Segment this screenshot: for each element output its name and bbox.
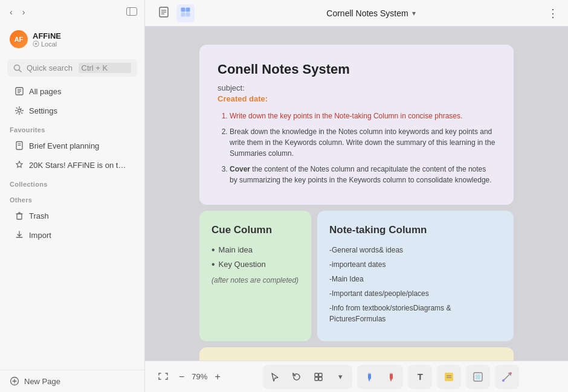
import-icon [15,230,24,240]
tool-group-main: ▾ [263,365,352,389]
frame-icon [472,371,484,383]
sidebar-toggle-button[interactable] [126,7,137,18]
tool-group-note [437,365,461,389]
sidebar-item-import-label: Import [29,231,51,240]
doc-icon [15,141,24,150]
summary-card: Summary: -summary of your notes in your … [199,347,514,361]
svg-rect-30 [315,377,318,381]
sidebar-item-trash-label: Trash [29,211,49,220]
settings-icon [15,106,24,115]
pen-blue-icon [363,371,375,383]
sidebar-item-affine-stars[interactable]: 20K Stars! AFFiNE is on the way t... [5,156,140,174]
undo-button[interactable] [286,367,307,387]
zoom-in-button[interactable]: + [211,370,224,384]
canvas-area[interactable]: Conell Notes System subject: Created dat… [145,27,568,361]
sidebar-item-brief-event-label: Brief Event planning [29,141,99,150]
title-card: Conell Notes System subject: Created dat… [199,45,514,205]
sidebar-item-all-pages[interactable]: All pages [5,82,140,100]
note-item-2: -importeant dates [329,259,502,270]
note-icon [443,371,455,383]
sidebar-item-import[interactable]: Import [5,226,140,244]
svg-rect-37 [390,373,393,374]
svg-marker-33 [369,379,370,382]
fit-view-button[interactable] [155,370,172,384]
svg-line-5 [19,69,22,72]
pen-red-icon [385,371,397,383]
user-name: AFFiNE [33,31,61,40]
note-taking-column-title: Note-taking Column [329,224,502,236]
others-section-label: Others [0,190,144,206]
plus-icon [10,376,19,386]
cue-column-title: Cue Column [211,224,299,236]
pages-icon [15,86,24,96]
note-item-4: -Important dates/people/places [329,288,502,299]
pen-red-button[interactable] [381,367,401,387]
tool-group-text: T [408,365,432,389]
sidebar-item-trash[interactable]: Trash [5,207,140,225]
fit-icon [158,373,168,380]
header-doc-title: Cornell Notes System [326,8,408,18]
two-column-section: Cue Column • Main idea • Key Question (a… [199,211,514,341]
nav-back-button[interactable]: ‹ [7,5,15,19]
svg-rect-0 [127,7,137,15]
header-title-section: Cornell Notes System ▾ [201,8,541,18]
cue-item-key-question: • Key Question [211,259,299,270]
svg-rect-28 [315,373,318,377]
sidebar-item-brief-event[interactable]: Brief Event planning [5,137,140,155]
bottom-toolbar: − 79% + ▾ [145,361,568,392]
layout-icon [126,7,137,16]
svg-rect-24 [181,7,186,11]
present-mode-button[interactable] [176,4,195,22]
note-item-5: -Info from textbook/storiesDiagrams & Pi… [329,303,502,324]
nav-forward-button[interactable]: › [20,5,28,19]
sidebar-item-settings[interactable]: Settings [5,101,140,120]
connector-tool-button[interactable] [497,367,517,387]
cue-column-note: (after notes are completed) [211,276,299,284]
note-item-1: -General words& ideas [329,245,502,255]
star-icon [15,160,24,170]
frame-tool-button[interactable] [468,367,488,387]
svg-rect-31 [319,377,323,381]
svg-rect-26 [181,12,186,16]
sidebar-top-nav: ‹ › [0,0,144,24]
zoom-out-button[interactable]: − [175,370,188,384]
more-tools-button[interactable]: ▾ [330,367,350,387]
step-3-text: Cover the content of the Notes column an… [230,165,492,184]
step-2: Break down the knowledge in the Notes co… [230,126,495,159]
svg-rect-25 [186,7,190,11]
zoom-control: − 79% + [155,370,224,384]
svg-point-3 [35,43,37,45]
bullet-dot-2: • [211,260,215,269]
header: Cornell Notes System ▾ ⋮ [145,0,568,27]
zoom-level: 79% [192,372,207,381]
pen-blue-button[interactable] [359,367,379,387]
avatar: AF [10,30,28,48]
notes-container: Conell Notes System subject: Created dat… [199,45,514,361]
header-doc-icons [155,4,195,22]
text-tool-button[interactable]: T [410,367,430,387]
new-page-label: New Page [24,377,60,386]
sidebar: ‹ › AF AFFiNE Local Quick search Ctrl + … [0,0,145,392]
connector-icon [501,371,513,383]
header-dropdown-button[interactable]: ▾ [412,9,416,18]
user-info: AFFiNE Local [33,31,61,48]
header-more-button[interactable]: ⋮ [547,7,558,20]
grid-icon [180,7,191,18]
new-page-button[interactable]: New Page [0,370,144,392]
svg-rect-34 [369,373,371,374]
note-taking-column: Note-taking Column -General words& ideas… [317,211,514,341]
step-1: Write down the key points in the Note-ta… [230,111,495,121]
search-shortcut: Ctrl + K [79,63,132,73]
insert-button[interactable] [308,367,329,387]
cue-item-main-idea: • Main idea [211,245,299,255]
sidebar-item-all-pages-label: All pages [29,87,61,96]
document-title: Conell Notes System [218,62,495,77]
note-tool-button[interactable] [439,367,459,387]
doc-mode-button[interactable] [155,4,173,22]
sidebar-item-affine-stars-label: 20K Stars! AFFiNE is on the way t... [29,161,130,170]
toolbar-center: ▾ [263,365,519,389]
select-tool-button[interactable] [265,367,285,387]
toolbar-left: − 79% + [155,370,224,384]
quick-search-bar[interactable]: Quick search Ctrl + K [7,59,137,77]
tool-group-drawing [357,365,403,389]
